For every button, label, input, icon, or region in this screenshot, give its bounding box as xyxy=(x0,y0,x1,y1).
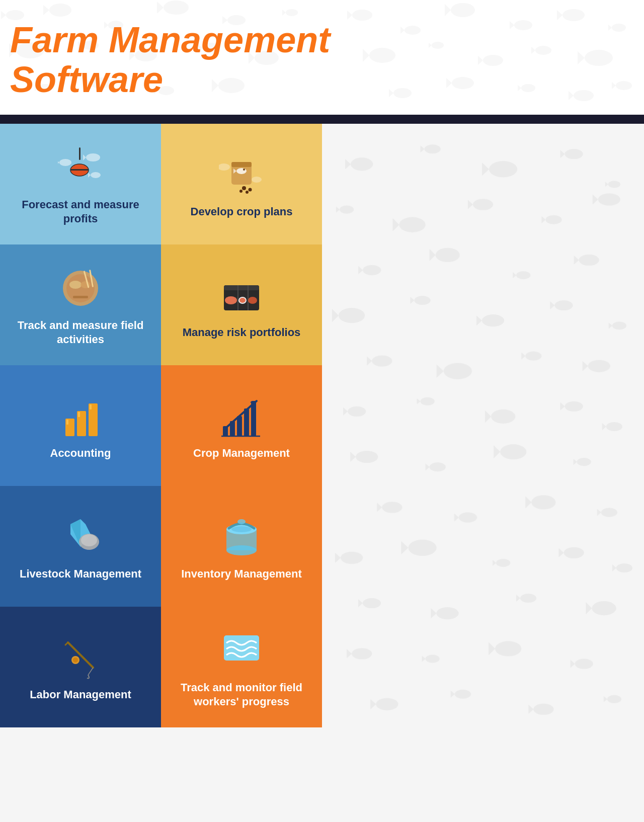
svg-marker-222 xyxy=(521,353,525,360)
livestock-cell[interactable]: Livestock Management xyxy=(0,486,161,607)
livestock-icon xyxy=(58,514,103,559)
svg-marker-249 xyxy=(494,445,500,458)
svg-point-142 xyxy=(239,298,246,303)
svg-point-311 xyxy=(533,704,553,715)
risk-portfolios-cell[interactable]: Manage risk portfolios xyxy=(161,244,322,365)
svg-point-220 xyxy=(465,366,469,371)
svg-marker-204 xyxy=(411,297,415,304)
svg-marker-183 xyxy=(541,216,545,223)
svg-point-97 xyxy=(59,159,71,166)
svg-marker-243 xyxy=(350,452,356,462)
livestock-label: Livestock Management xyxy=(20,567,141,582)
svg-marker-234 xyxy=(485,410,491,423)
svg-marker-282 xyxy=(358,600,363,608)
svg-point-299 xyxy=(495,641,521,656)
field-activities-icon xyxy=(58,266,103,311)
forecast-label: Forecast and measure profits xyxy=(10,198,151,226)
inventory-label: Inventory Management xyxy=(181,567,302,582)
svg-marker-297 xyxy=(422,656,426,662)
field-activities-cell[interactable]: Track and measure field activities xyxy=(0,244,161,365)
svg-marker-312 xyxy=(528,705,533,714)
svg-point-130 xyxy=(239,190,243,193)
svg-marker-273 xyxy=(493,560,496,566)
svg-point-301 xyxy=(515,644,519,648)
svg-point-209 xyxy=(554,301,573,311)
svg-point-253 xyxy=(587,460,590,462)
svg-point-169 xyxy=(579,151,582,154)
svg-marker-98 xyxy=(58,160,59,165)
svg-point-235 xyxy=(509,413,513,417)
svg-point-233 xyxy=(491,409,515,424)
right-fish-background xyxy=(322,124,644,729)
svg-point-202 xyxy=(359,311,363,315)
svg-marker-171 xyxy=(605,182,608,187)
svg-marker-294 xyxy=(347,649,352,659)
page-title: Farm Management Software xyxy=(10,20,634,100)
svg-rect-139 xyxy=(248,285,249,310)
svg-line-122 xyxy=(88,668,93,675)
left-column: Forecast and measure profits Track a xyxy=(0,124,161,729)
svg-point-163 xyxy=(437,147,439,149)
svg-point-2 xyxy=(20,12,23,15)
svg-rect-138 xyxy=(237,285,238,310)
svg-rect-137 xyxy=(224,285,259,290)
svg-point-269 xyxy=(409,540,437,556)
forecast-icon xyxy=(58,145,103,190)
accounting-cell[interactable]: Accounting xyxy=(0,365,161,486)
svg-marker-159 xyxy=(345,159,351,170)
field-workers-cell[interactable]: Track and monitor field workers' progres… xyxy=(161,607,322,727)
svg-point-211 xyxy=(569,303,572,306)
svg-rect-93 xyxy=(79,147,80,160)
svg-point-155 xyxy=(231,526,252,532)
svg-rect-114 xyxy=(78,412,80,417)
svg-point-313 xyxy=(548,706,551,709)
svg-point-11 xyxy=(183,4,187,8)
svg-point-185 xyxy=(598,194,620,206)
svg-marker-300 xyxy=(489,642,495,655)
svg-point-281 xyxy=(363,599,381,609)
svg-point-197 xyxy=(579,255,599,266)
dark-separator-bar xyxy=(0,115,644,124)
forecast-cell[interactable]: Forecast and measure profits xyxy=(0,124,161,244)
svg-point-260 xyxy=(531,496,555,510)
svg-point-206 xyxy=(482,315,504,327)
svg-point-51 xyxy=(451,3,475,17)
svg-marker-1 xyxy=(1,11,6,19)
svg-marker-315 xyxy=(604,696,607,702)
svg-point-179 xyxy=(473,199,493,210)
svg-marker-192 xyxy=(430,249,436,261)
svg-point-200 xyxy=(339,308,365,323)
svg-point-156 xyxy=(237,519,246,524)
svg-point-164 xyxy=(489,161,517,178)
crop-plans-cell[interactable]: Develop crop plans xyxy=(161,124,322,244)
svg-rect-113 xyxy=(66,420,68,425)
labor-cell[interactable]: Labor Management xyxy=(0,607,161,727)
svg-point-226 xyxy=(605,362,608,366)
svg-point-181 xyxy=(488,202,491,205)
svg-point-135 xyxy=(252,177,262,183)
inventory-cell[interactable]: Inventory Management xyxy=(161,486,322,607)
svg-marker-303 xyxy=(571,660,575,668)
svg-point-275 xyxy=(564,547,584,558)
crop-management-cell[interactable]: Crop Management xyxy=(161,365,322,486)
svg-point-289 xyxy=(533,596,535,599)
svg-point-290 xyxy=(592,602,616,616)
svg-line-121 xyxy=(65,642,68,645)
svg-point-178 xyxy=(420,220,424,224)
title-line1: Farm Management xyxy=(10,20,634,60)
svg-point-190 xyxy=(376,267,379,270)
svg-marker-237 xyxy=(560,402,565,410)
svg-marker-309 xyxy=(451,691,455,698)
svg-point-57 xyxy=(562,9,585,21)
header: Farm Management Software xyxy=(0,0,644,115)
accounting-label: Accounting xyxy=(50,446,111,461)
svg-point-166 xyxy=(511,165,515,169)
svg-marker-174 xyxy=(336,207,340,213)
svg-point-3 xyxy=(49,4,71,17)
svg-marker-306 xyxy=(370,699,376,709)
crop-management-label: Crop Management xyxy=(193,446,290,461)
svg-point-217 xyxy=(387,358,390,361)
title-line2: Software xyxy=(10,60,634,100)
svg-point-262 xyxy=(549,499,553,503)
svg-point-292 xyxy=(610,605,614,609)
